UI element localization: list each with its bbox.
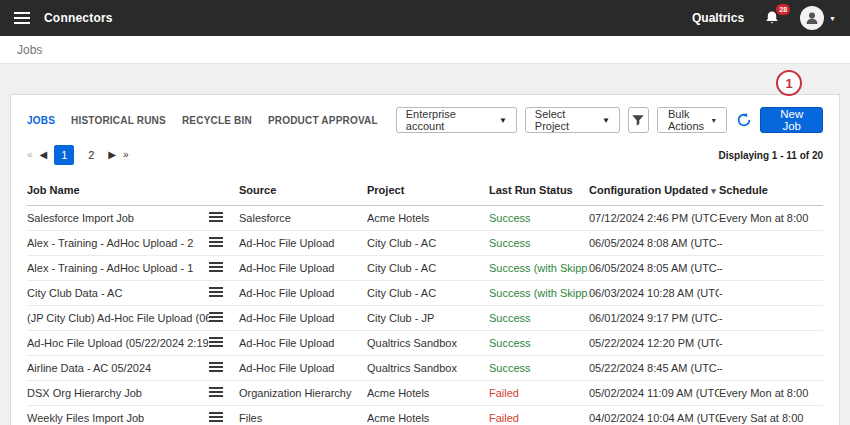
header-schedule[interactable]: Schedule xyxy=(719,175,823,206)
status-cell: Failed xyxy=(489,406,589,425)
row-menu-icon[interactable] xyxy=(209,337,223,347)
schedule-cell: - xyxy=(719,256,823,281)
table-header-row: Job Name Source Project Last Run Status … xyxy=(27,175,823,206)
source-cell: Organization Hierarchy xyxy=(239,381,367,406)
status-cell: Success xyxy=(489,206,589,231)
page-title: Jobs xyxy=(17,43,42,57)
source-cell: Ad-Hoc File Upload xyxy=(239,331,367,356)
page-button-1[interactable]: 1 xyxy=(54,145,74,165)
tab-recycle-bin[interactable]: RECYCLE BIN xyxy=(182,115,252,126)
header-project[interactable]: Project xyxy=(367,175,489,206)
source-cell: Files xyxy=(239,406,367,425)
table-row[interactable]: Salesforce Import Job Salesforce Acme Ho… xyxy=(27,206,823,231)
hamburger-menu-icon[interactable] xyxy=(14,12,30,24)
table-row[interactable]: Ad-Hoc File Upload (05/22/2024 2:19 PM .… xyxy=(27,331,823,356)
job-name-cell[interactable]: Weekly Files Import Job xyxy=(27,406,209,425)
row-menu-icon[interactable] xyxy=(209,362,223,372)
jobs-table: Job Name Source Project Last Run Status … xyxy=(27,175,823,425)
job-name-cell[interactable]: Salesforce Import Job xyxy=(27,206,209,231)
job-name-cell[interactable]: Airline Data - AC 05/2024 xyxy=(27,356,209,381)
table-row[interactable]: Alex - Training - AdHoc Upload - 2 Ad-Ho… xyxy=(27,231,823,256)
schedule-cell: - xyxy=(719,306,823,331)
updated-cell: 06/05/2024 8:08 AM (UTC-0... xyxy=(589,231,719,256)
brand-logo[interactable]: Qualtrics xyxy=(692,11,744,25)
tab-jobs[interactable]: JOBS xyxy=(27,115,55,126)
sort-desc-icon: ▾ xyxy=(711,186,716,196)
updated-cell: 05/02/2024 11:09 AM (UTC-... xyxy=(589,381,719,406)
filter-button[interactable] xyxy=(628,107,649,133)
row-menu-icon[interactable] xyxy=(209,387,223,397)
updated-cell: 05/22/2024 12:20 PM (UTC-... xyxy=(589,331,719,356)
project-cell: Acme Hotels xyxy=(367,406,489,425)
project-cell: City Club - AC xyxy=(367,231,489,256)
row-menu-icon[interactable] xyxy=(209,412,223,422)
status-cell: Failed xyxy=(489,381,589,406)
row-menu-icon[interactable] xyxy=(209,237,223,247)
header-last-run-status[interactable]: Last Run Status xyxy=(489,175,589,206)
table-row[interactable]: Alex - Training - AdHoc Upload - 1 Ad-Ho… xyxy=(27,256,823,281)
job-name-cell[interactable]: Alex - Training - AdHoc Upload - 2 xyxy=(27,231,209,256)
source-cell: Ad-Hoc File Upload xyxy=(239,281,367,306)
project-cell: Qualtrics Sandbox xyxy=(367,356,489,381)
refresh-button[interactable] xyxy=(735,107,753,133)
jobs-toolbar: JOBS HISTORICAL RUNS RECYCLE BIN PRODUCT… xyxy=(27,107,823,133)
updated-cell: 05/22/2024 8:45 AM (UTC-0... xyxy=(589,356,719,381)
chevron-down-icon: ▼ xyxy=(499,116,507,125)
table-row[interactable]: Weekly Files Import Job Files Acme Hotel… xyxy=(27,406,823,425)
project-cell: City Club - JP xyxy=(367,306,489,331)
table-row[interactable]: City Club Data - AC Ad-Hoc File Upload C… xyxy=(27,281,823,306)
avatar xyxy=(800,6,824,30)
job-name-cell[interactable]: (JP City Club) Ad-Hoc File Upload (06/01… xyxy=(27,306,209,331)
header-job-name[interactable]: Job Name xyxy=(27,175,209,206)
refresh-icon xyxy=(736,112,752,128)
source-cell: Ad-Hoc File Upload xyxy=(239,256,367,281)
row-menu-icon[interactable] xyxy=(209,212,223,222)
table-row[interactable]: Airline Data - AC 05/2024 Ad-Hoc File Up… xyxy=(27,356,823,381)
notifications-button[interactable]: 28 xyxy=(764,10,780,26)
tab-product-approval[interactable]: PRODUCT APPROVAL xyxy=(268,115,378,126)
updated-cell: 07/12/2024 2:46 PM (UTC-0... xyxy=(589,206,719,231)
source-cell: Ad-Hoc File Upload xyxy=(239,356,367,381)
header-configuration-updated[interactable]: Configuration Updated▾ xyxy=(589,175,719,206)
row-menu-icon[interactable] xyxy=(209,287,223,297)
project-cell: Qualtrics Sandbox xyxy=(367,331,489,356)
schedule-cell: Every Mon at 8:00 xyxy=(719,206,823,231)
status-cell: Success xyxy=(489,231,589,256)
funnel-icon xyxy=(631,113,645,127)
chevron-down-icon: ▼ xyxy=(602,116,610,125)
jobs-panel: JOBS HISTORICAL RUNS RECYCLE BIN PRODUCT… xyxy=(10,94,840,425)
job-name-cell[interactable]: DSX Org Hierarchy Job xyxy=(27,381,209,406)
page-button-2[interactable]: 2 xyxy=(81,145,101,165)
source-cell: Ad-Hoc File Upload xyxy=(239,231,367,256)
new-job-button[interactable]: New Job xyxy=(760,107,823,133)
top-navigation-bar: Connectors Qualtrics 28 ▼ xyxy=(0,0,850,36)
header-menu-spacer xyxy=(209,175,239,206)
caret-down-icon: ▾ xyxy=(712,116,716,125)
job-name-cell[interactable]: City Club Data - AC xyxy=(27,281,209,306)
app-title: Connectors xyxy=(44,11,113,25)
prev-page-icon[interactable]: ◀ xyxy=(40,150,48,160)
job-name-cell[interactable]: Ad-Hoc File Upload (05/22/2024 2:19 PM .… xyxy=(27,331,209,356)
next-page-icon[interactable]: ▶ xyxy=(108,150,116,160)
callout-annotation-1: 1 xyxy=(776,70,802,96)
table-row[interactable]: (JP City Club) Ad-Hoc File Upload (06/01… xyxy=(27,306,823,331)
updated-cell: 06/01/2024 9:17 PM (UTC-0... xyxy=(589,306,719,331)
breadcrumb: Jobs xyxy=(0,36,850,64)
table-row[interactable]: DSX Org Hierarchy Job Organization Hiera… xyxy=(27,381,823,406)
job-name-cell[interactable]: Alex - Training - AdHoc Upload - 1 xyxy=(27,256,209,281)
status-cell: Success xyxy=(489,306,589,331)
chevron-down-icon: ▼ xyxy=(829,15,836,22)
account-dropdown[interactable]: Enterprise account ▼ xyxy=(396,107,517,133)
tab-historical-runs[interactable]: HISTORICAL RUNS xyxy=(71,115,166,126)
row-menu-icon[interactable] xyxy=(209,312,223,322)
schedule-cell: - xyxy=(719,331,823,356)
project-dropdown[interactable]: Select Project ▼ xyxy=(525,107,620,133)
bulk-actions-button[interactable]: Bulk Actions ▾ xyxy=(657,107,727,133)
header-source[interactable]: Source xyxy=(239,175,367,206)
updated-cell: 04/02/2024 10:04 AM (UTC-... xyxy=(589,406,719,425)
row-menu-icon[interactable] xyxy=(209,262,223,272)
account-menu-button[interactable]: ▼ xyxy=(800,6,836,30)
last-page-icon[interactable]: » xyxy=(123,150,129,160)
schedule-cell: Every Mon at 8:00 xyxy=(719,381,823,406)
first-page-icon[interactable]: « xyxy=(27,150,33,160)
